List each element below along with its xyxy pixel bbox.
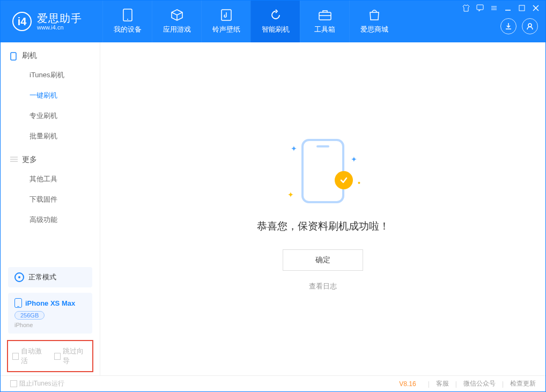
view-log-link[interactable]: 查看日志 xyxy=(309,282,337,291)
nav-label: 工具箱 xyxy=(314,25,335,34)
svg-rect-3 xyxy=(319,12,331,20)
nav-apps-games[interactable]: 应用游戏 xyxy=(152,1,201,42)
sidebar: 刷机 iTunes刷机 一键刷机 专业刷机 批量刷机 更多 其他工具 下载固件 … xyxy=(1,42,100,375)
logo-icon: i4 xyxy=(12,12,32,31)
sparkle-icon: ✦ xyxy=(287,190,294,199)
sparkle-icon: ✦ xyxy=(291,144,297,153)
close-button[interactable] xyxy=(532,4,540,12)
cube-icon xyxy=(169,9,185,21)
minimize-button[interactable] xyxy=(504,4,512,12)
sidebar-section-flash: 刷机 xyxy=(1,42,100,65)
list-icon xyxy=(10,156,18,164)
body: 刷机 iTunes刷机 一键刷机 专业刷机 批量刷机 更多 其他工具 下载固件 … xyxy=(1,42,545,375)
nav-label: 智能刷机 xyxy=(262,25,290,34)
footer-link-support[interactable]: 客服 xyxy=(436,379,449,388)
ok-button[interactable]: 确定 xyxy=(283,249,363,271)
menu-icon[interactable] xyxy=(490,4,498,12)
checkbox-icon xyxy=(12,353,19,360)
music-icon xyxy=(219,9,234,21)
footer-link-update[interactable]: 检查更新 xyxy=(510,379,536,388)
device-capacity: 256GB xyxy=(14,311,45,320)
success-illustration: ✦ ✦ ✦ • xyxy=(296,139,350,203)
nav-ringtones-wallpapers[interactable]: 铃声壁纸 xyxy=(201,1,250,42)
nav-smart-flash[interactable]: 智能刷机 xyxy=(250,1,300,42)
checkbox-block-itunes[interactable]: 阻止iTunes运行 xyxy=(10,379,64,388)
options-highlight: 自动激活 跳过向导 xyxy=(7,340,93,372)
nav-label: 爱思商城 xyxy=(360,25,388,34)
svg-point-18 xyxy=(18,276,20,278)
sidebar-item-advanced[interactable]: 高级功能 xyxy=(1,210,100,230)
phone-outline-icon xyxy=(301,139,344,203)
sidebar-item-download-firmware[interactable]: 下载固件 xyxy=(1,189,100,210)
device-panel: 正常模式 iPhone XS Max 256GB iPhone xyxy=(8,267,92,334)
device-icon xyxy=(120,9,135,21)
sidebar-section-title: 更多 xyxy=(22,155,37,165)
header: i4 爱思助手 www.i4.cn 我的设备 应用游戏 铃声壁纸 xyxy=(1,1,545,42)
sidebar-item-oneclick-flash[interactable]: 一键刷机 xyxy=(1,85,100,106)
nav-label: 应用游戏 xyxy=(163,25,191,34)
svg-rect-6 xyxy=(477,5,483,10)
user-button[interactable] xyxy=(522,18,538,34)
tshirt-icon[interactable] xyxy=(462,4,470,12)
main-nav: 我的设备 应用游戏 铃声壁纸 智能刷机 工具箱 xyxy=(102,1,399,42)
version-label: V8.16 xyxy=(399,380,416,388)
success-message: 恭喜您，保资料刷机成功啦！ xyxy=(257,219,389,233)
nav-label: 铃声壁纸 xyxy=(212,25,240,34)
mode-label: 正常模式 xyxy=(28,272,56,282)
checkbox-label: 阻止iTunes运行 xyxy=(19,379,64,388)
svg-rect-14 xyxy=(11,53,16,60)
sidebar-item-itunes-flash[interactable]: iTunes刷机 xyxy=(1,65,100,85)
logo[interactable]: i4 爱思助手 www.i4.cn xyxy=(1,1,102,42)
mode-icon xyxy=(14,272,24,282)
sidebar-item-pro-flash[interactable]: 专业刷机 xyxy=(1,106,100,126)
sidebar-section-title: 刷机 xyxy=(22,51,37,61)
sparkle-icon: ✦ xyxy=(351,155,357,164)
checkbox-skip-guide[interactable]: 跳过向导 xyxy=(54,346,88,366)
footer-link-wechat[interactable]: 微信公众号 xyxy=(463,379,496,388)
mode-box[interactable]: 正常模式 xyxy=(8,267,92,287)
bag-icon xyxy=(367,9,382,21)
checkbox-icon xyxy=(54,353,61,360)
toolbox-icon xyxy=(318,9,333,21)
sidebar-item-other-tools[interactable]: 其他工具 xyxy=(1,169,100,189)
checkbox-label: 自动激活 xyxy=(21,346,46,366)
device-sub: iPhone xyxy=(14,322,86,328)
sync-icon xyxy=(268,9,283,21)
check-badge-icon xyxy=(335,171,353,189)
nav-my-device[interactable]: 我的设备 xyxy=(102,1,152,42)
sidebar-item-batch-flash[interactable]: 批量刷机 xyxy=(1,126,100,146)
download-button[interactable] xyxy=(500,18,517,34)
logo-url: www.i4.cn xyxy=(37,24,82,31)
phone-icon xyxy=(10,52,18,60)
sparkle-icon: • xyxy=(358,179,360,187)
svg-point-5 xyxy=(528,24,532,27)
main-content: ✦ ✦ ✦ • 恭喜您，保资料刷机成功啦！ 确定 查看日志 xyxy=(100,42,545,375)
nav-label: 我的设备 xyxy=(114,25,142,34)
checkbox-label: 跳过向导 xyxy=(63,346,88,366)
maximize-button[interactable] xyxy=(518,4,526,12)
device-name: iPhone XS Max xyxy=(25,299,75,307)
footer: 阻止iTunes运行 V8.16 | 客服 | 微信公众号 | 检查更新 xyxy=(1,375,545,391)
svg-point-1 xyxy=(127,19,128,20)
svg-rect-11 xyxy=(519,5,525,11)
sidebar-section-more: 更多 xyxy=(1,146,100,169)
nav-toolbox[interactable]: 工具箱 xyxy=(300,1,349,42)
device-phone-icon xyxy=(14,298,22,308)
checkbox-auto-activate[interactable]: 自动激活 xyxy=(12,346,47,366)
device-box[interactable]: iPhone XS Max 256GB iPhone xyxy=(8,293,92,334)
feedback-icon[interactable] xyxy=(476,4,484,12)
window-controls xyxy=(462,4,540,12)
checkbox-icon xyxy=(10,380,17,387)
logo-title: 爱思助手 xyxy=(37,12,82,24)
nav-store[interactable]: 爱思商城 xyxy=(349,1,399,42)
